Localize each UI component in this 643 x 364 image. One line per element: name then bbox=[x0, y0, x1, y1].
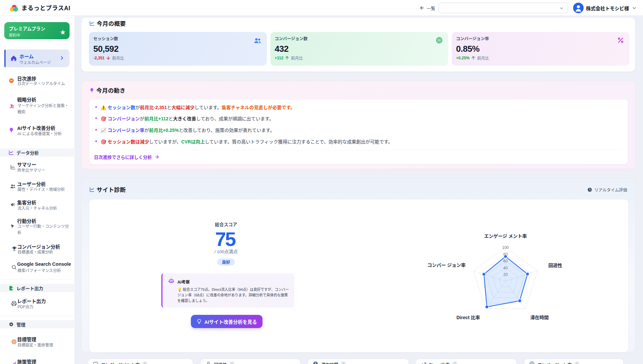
svg-text:滞在時間: 滞在時間 bbox=[530, 315, 549, 320]
svg-text:回遊性: 回遊性 bbox=[548, 263, 562, 268]
svg-text:コンバー ジョン率: コンバー ジョン率 bbox=[427, 262, 466, 268]
svg-text:Direct 比率: Direct 比率 bbox=[456, 315, 480, 320]
svg-text:100: 100 bbox=[502, 245, 509, 250]
svg-text:エンゲージ メント率: エンゲージ メント率 bbox=[484, 233, 527, 239]
